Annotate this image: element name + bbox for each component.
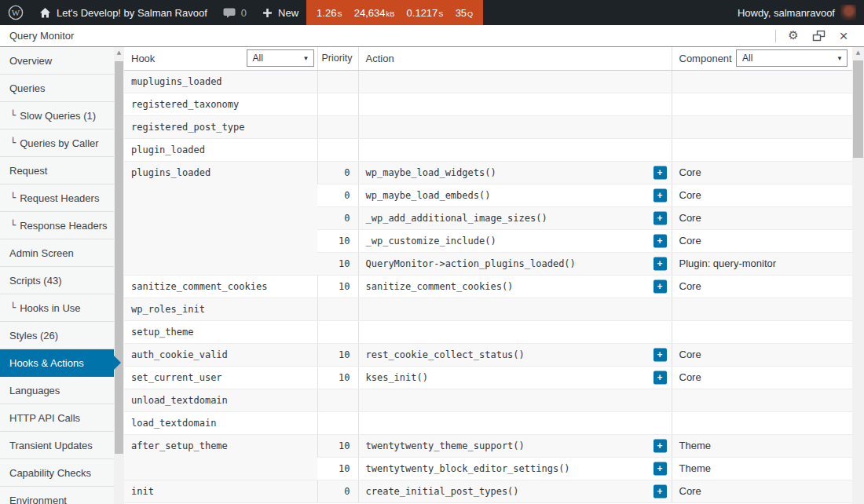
action-name: twentytwenty_block_editor_settings() [366, 463, 570, 474]
hook-cell: sanitize_comment_cookies [124, 275, 317, 298]
close-button[interactable]: × [831, 27, 856, 46]
sidebar-item-hooks-actions[interactable]: Hooks & Actions [0, 349, 114, 377]
action-cell: QueryMonitor->action_plugins_loaded()+ [358, 252, 672, 275]
priority-cell [317, 138, 358, 161]
scroll-up-icon[interactable]: ▲ [852, 47, 864, 58]
sidebar-item-http-api-calls[interactable]: HTTP API Calls [0, 404, 114, 432]
component-cell: Theme [672, 434, 852, 457]
expand-action-button[interactable]: + [653, 234, 667, 247]
action-cell: sanitize_comment_cookies()+ [358, 275, 672, 298]
sidebar-item-request[interactable]: Request [0, 157, 114, 184]
site-name: Let's Develop! by Salman Ravoof [57, 7, 207, 19]
sidebar-item-capability-checks[interactable]: Capability Checks [0, 459, 114, 487]
hook-column-header: Hook All ▼ [124, 47, 317, 70]
sidebar-item-transient-updates[interactable]: Transient Updates [0, 432, 114, 459]
sidebar-item-scripts-43[interactable]: Scripts (43) [0, 267, 114, 294]
sidebar-item-hooks-in-use[interactable]: └Hooks in Use [0, 294, 114, 322]
stat-unit: S [337, 10, 342, 18]
close-icon: × [839, 28, 848, 43]
site-menu[interactable]: Let's Develop! by Salman Ravoof [31, 0, 215, 25]
admin-bar: W Let's Develop! by Salman Ravoof 0 New … [0, 0, 864, 25]
hooks-table: Hook All ▼ Priority Action [124, 47, 852, 503]
qm-titlebar: Query Monitor ⚙ × [0, 25, 864, 47]
table-row: setup_theme [124, 320, 852, 343]
comment-icon [223, 7, 236, 19]
qm-body: OverviewQueries└Slow Queries (1)└Queries… [0, 47, 864, 504]
component-column-label: Component [679, 53, 732, 64]
sidebar-item-request-headers[interactable]: └Request Headers [0, 184, 114, 212]
wp-logo-menu[interactable]: W [0, 0, 31, 25]
table-row: plugins_loaded0wp_maybe_load_widgets()+C… [124, 161, 852, 184]
sidebar-item-languages[interactable]: Languages [0, 377, 114, 404]
expand-action-button[interactable]: + [653, 257, 667, 270]
priority-cell: 10 [317, 343, 358, 366]
component-cell [672, 93, 852, 115]
plus-icon [262, 8, 273, 18]
position-toggle-button[interactable] [806, 27, 831, 46]
expand-action-button[interactable]: + [653, 279, 667, 293]
priority-cell: 10 [317, 275, 358, 298]
component-cell: Core [672, 343, 852, 366]
hook-cell: auth_cookie_valid [124, 343, 317, 366]
table-row: wp_roles_init [124, 298, 852, 320]
my-account-menu[interactable]: Howdy, salmanravoof [730, 0, 864, 25]
wordpress-logo-icon: W [8, 5, 24, 20]
hook-cell: set_current_user [124, 366, 317, 389]
hook-filter-value: All [253, 53, 263, 64]
sidebar-item-queries[interactable]: Queries [0, 75, 114, 102]
table-row: sanitize_comment_cookies10sanitize_comme… [124, 275, 852, 298]
expand-action-button[interactable]: + [653, 371, 667, 384]
sidebar-item-queries-by-caller[interactable]: └Queries by Caller [0, 130, 114, 157]
table-row: plugin_loaded [124, 138, 852, 161]
expand-action-button[interactable]: + [653, 439, 667, 452]
window-position-icon [812, 30, 826, 42]
priority-cell: 0 [317, 161, 358, 184]
action-cell [358, 298, 672, 320]
component-cell: Plugin: query-monitor [672, 252, 852, 275]
action-name: wp_maybe_load_widgets() [366, 167, 496, 178]
table-row: muplugins_loaded [124, 70, 852, 93]
action-cell [358, 115, 672, 138]
expand-action-button[interactable]: + [653, 462, 667, 475]
action-column-header: Action [358, 47, 672, 70]
settings-button[interactable]: ⚙ [781, 27, 806, 46]
sidebar-item-admin-screen[interactable]: Admin Screen [0, 239, 114, 267]
dropdown-caret-icon: ▼ [303, 55, 309, 62]
new-content-menu[interactable]: New [254, 0, 306, 25]
expand-action-button[interactable]: + [653, 166, 667, 179]
content-scrollbar-thumb[interactable] [853, 60, 863, 158]
comments-link[interactable]: 0 [215, 0, 254, 25]
action-name: kses_init() [366, 372, 428, 383]
sidebar-item-label: Scripts (43) [9, 275, 61, 287]
hook-filter-select[interactable]: All ▼ [247, 49, 314, 67]
table-row: set_current_user10kses_init()+Core [124, 366, 852, 389]
scroll-up-icon[interactable]: ▲ [114, 47, 124, 58]
table-row: unload_textdomain [124, 389, 852, 411]
sidebar-item-slow-queries-1[interactable]: └Slow Queries (1) [0, 102, 114, 130]
sidebar-item-overview[interactable]: Overview [0, 47, 114, 75]
sidebar-item-label: Hooks in Use [20, 302, 80, 314]
howdy-text: Howdy, salmanravoof [738, 7, 835, 19]
sidebar-item-label: Transient Updates [9, 440, 93, 451]
expand-action-button[interactable]: + [653, 188, 667, 202]
admin-bar-right: Howdy, salmanravoof [730, 0, 864, 25]
sidebar-item-response-headers[interactable]: └Response Headers [0, 212, 114, 239]
stat-value: 0.1217 [407, 7, 438, 19]
stat-unit: S [438, 10, 443, 18]
hook-cell: registered_post_type [124, 115, 317, 138]
sidebar-scrollbar-thumb[interactable] [115, 61, 123, 454]
hook-cell: registered_taxonomy [124, 93, 317, 115]
qm-stats-button[interactable]: 1.26S24,634kB0.1217S35Q [306, 0, 483, 25]
table-row: after_setup_theme10twentytwenty_theme_su… [124, 434, 852, 457]
expand-action-button[interactable]: + [653, 348, 667, 361]
expand-action-button[interactable]: + [653, 484, 667, 498]
sidebar-scrollbar[interactable]: ▲ [114, 47, 124, 504]
sidebar-item-styles-26[interactable]: Styles (26) [0, 322, 114, 349]
component-filter-select[interactable]: All ▼ [736, 49, 848, 67]
expand-action-button[interactable]: + [653, 211, 667, 225]
content-scrollbar[interactable]: ▲ [852, 47, 864, 504]
stat-value: 24,634 [354, 7, 386, 19]
sidebar-item-environment[interactable]: Environment [0, 487, 114, 504]
hook-column-label: Hook [131, 53, 155, 64]
component-column-header: Component All ▼ [672, 47, 852, 70]
